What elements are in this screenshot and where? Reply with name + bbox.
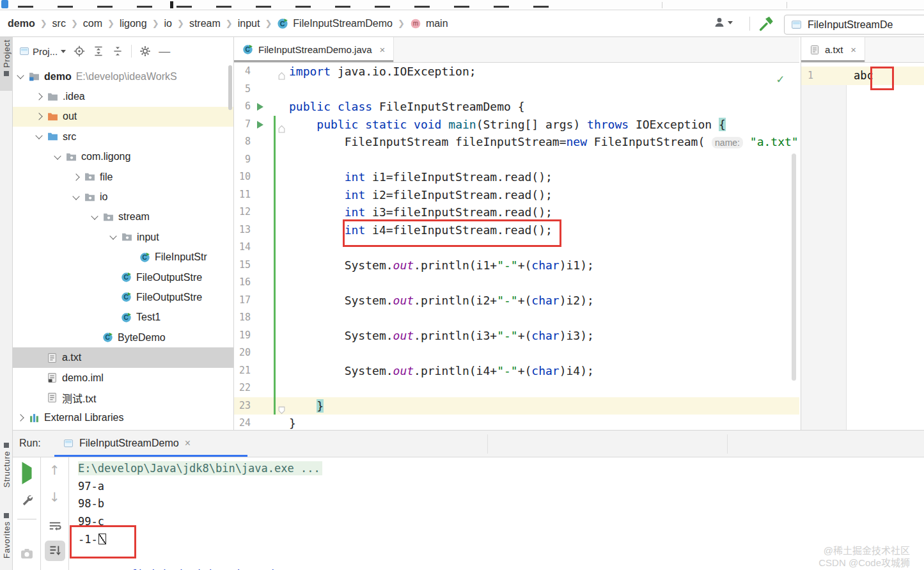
code-line-23[interactable]: 23 } [234,397,799,415]
line-number[interactable]: 22 [234,379,251,397]
line-number[interactable]: 4 [234,63,251,81]
project-view-selector[interactable]: Proj... [19,46,66,57]
rerun-button[interactable] [22,468,31,479]
tree-item-demo-iml[interactable]: demo.iml [13,368,233,388]
tree-chevron-down-icon[interactable] [17,72,24,79]
tree-item-input[interactable]: input [13,227,233,247]
edit-configuration-wrench-icon[interactable] [20,493,33,506]
line-number[interactable]: 9 [234,151,251,169]
line-number[interactable]: 17 [234,292,251,310]
breadcrumb-item-ligong[interactable]: ligong [120,18,147,29]
editor-vertical-scrollbar[interactable] [792,154,796,381]
breadcrumb-item-demo[interactable]: demo [8,18,35,29]
tree-chevron-right-icon[interactable] [35,113,42,120]
line-number[interactable]: 13 [234,221,251,239]
line-number[interactable]: 6 [234,98,251,116]
run-console-output[interactable]: E:\develop\Java\jdk8\bin\java.exe ...97-… [69,457,924,570]
editor-tab-atxt[interactable]: a.txt × [801,37,865,62]
tree-item-fileoutputstre[interactable]: CFileOutputStre [13,267,233,287]
line-number[interactable]: 12 [234,203,251,221]
soft-wrap-icon[interactable] [48,519,62,533]
close-tab-icon[interactable]: × [380,44,386,55]
tree-item-src[interactable]: src [13,127,233,146]
build-hammer-icon[interactable] [758,15,775,32]
line-number[interactable]: 19 [234,327,251,345]
line-number[interactable]: 5 [234,81,251,99]
tree-chevron-down-icon[interactable] [91,212,98,219]
line-number[interactable]: 23 [234,397,251,415]
project-tree-scrollbar[interactable] [228,65,232,110]
code-line-11[interactable]: 11 int i2=fileInputStream.read(); [234,186,799,204]
up-stack-trace-icon[interactable]: ↑ [49,463,60,478]
line-number[interactable]: 7 [234,116,251,134]
tree-item-fileoutputstre[interactable]: CFileOutputStre [13,287,233,307]
code-line-12[interactable]: 12 int i3=fileInputStream.read(); [234,203,799,221]
tree-chevron-right-icon[interactable] [35,93,42,100]
code-line-4[interactable]: 4import java.io.IOException; [234,63,799,81]
tree-item-external-libraries[interactable]: External Libraries [13,408,233,428]
line-number[interactable]: 14 [234,239,251,257]
breadcrumb-item-stream[interactable]: stream [189,18,221,29]
code-line-10[interactable]: 10 int i1=fileInputStream.read(); [234,168,799,186]
stripe-button-structure[interactable]: Structure [0,440,13,507]
tree-item-demo[interactable]: demo E:\develop\ideaWorkS [13,67,233,86]
tree-chevron-down-icon[interactable] [54,152,61,159]
tree-item-test1[interactable]: CTest1 [13,308,233,328]
tree-item-idea[interactable]: .idea [13,86,233,106]
breadcrumb-item-main[interactable]: mmain [410,18,448,29]
tree-chevron-down-icon[interactable] [109,233,116,240]
line-number[interactable]: 16 [234,274,251,292]
tree-item-txt[interactable]: 测试.txt [13,388,233,408]
line-number[interactable]: 10 [234,168,251,186]
code-line-9[interactable]: 9 [234,151,799,169]
user-profile-button[interactable] [714,17,733,28]
breadcrumb-item-fileinputstreamdemo[interactable]: CFileInputStreamDemo [277,18,393,29]
run-line-icon[interactable] [257,103,263,111]
line-number[interactable]: 15 [234,257,251,274]
tree-chevron-down-icon[interactable] [72,193,79,200]
tree-item-fileinputstr[interactable]: CFileInputStr [13,248,233,267]
atxt-current-line[interactable]: 1 abc [801,67,924,85]
line-number[interactable]: 20 [234,344,251,362]
line-number[interactable]: 8 [234,133,251,151]
code-line-7[interactable]: 7 public static void main(String[] args)… [234,116,799,134]
inspections-ok-icon[interactable]: ✓ [777,72,784,86]
breadcrumb-item-src[interactable]: src [52,18,66,29]
code-line-19[interactable]: 19 System.out.println(i3+"-"+(char)i3); [234,327,799,345]
line-number[interactable]: 21 [234,362,251,380]
run-tab-fileinputstreamdemo[interactable]: FileInputStreamDemo × [54,431,200,455]
tree-item-io[interactable]: io [13,187,233,207]
code-line-22[interactable]: 22 [234,379,799,397]
code-line-15[interactable]: 15 System.out.println(i1+"-"+(char)i1); [234,257,799,274]
run-configuration-select[interactable]: FileInputStreamDe [784,15,924,35]
camera-icon[interactable] [20,547,34,561]
code-line-24[interactable]: 24} [234,415,799,430]
code-line-5[interactable]: 5 [234,81,799,99]
hide-panel-button[interactable]: — [159,45,170,58]
code-line-18[interactable]: 18 [234,309,799,327]
tree-item-com-ligong[interactable]: com.ligong [13,147,233,167]
run-line-icon[interactable] [257,121,263,129]
tree-chevron-right-icon[interactable] [72,173,79,180]
code-line-20[interactable]: 20 [234,344,799,362]
tree-item-a-txt[interactable]: a.txt [13,347,233,367]
gear-icon[interactable] [139,45,151,57]
down-stack-trace-icon[interactable]: ↓ [49,489,60,505]
line-number[interactable]: 24 [234,415,251,430]
code-line-6[interactable]: 6public class FileInputStreamDemo { [234,98,799,116]
expand-all-icon[interactable] [93,45,104,57]
breadcrumb-item-input[interactable]: input [238,18,260,29]
tree-item-stream[interactable]: stream [13,207,233,227]
close-tab-icon[interactable]: × [185,438,191,449]
code-line-17[interactable]: 17 System.out.println(i2+"-"+(char)i2); [234,292,799,310]
breadcrumb-item-com[interactable]: com [83,18,102,29]
locate-file-icon[interactable] [74,45,85,57]
line-number[interactable]: 18 [234,309,251,327]
line-number[interactable]: 11 [234,186,251,204]
collapse-all-icon[interactable] [112,45,123,57]
code-line-16[interactable]: 16 [234,274,799,292]
tree-item-bytedemo[interactable]: CByteDemo [13,328,233,347]
close-tab-icon[interactable]: × [850,44,856,55]
code-line-21[interactable]: 21 System.out.println(i4+"-"+(char)i4); [234,362,799,380]
breadcrumb-item-io[interactable]: io [164,18,172,29]
